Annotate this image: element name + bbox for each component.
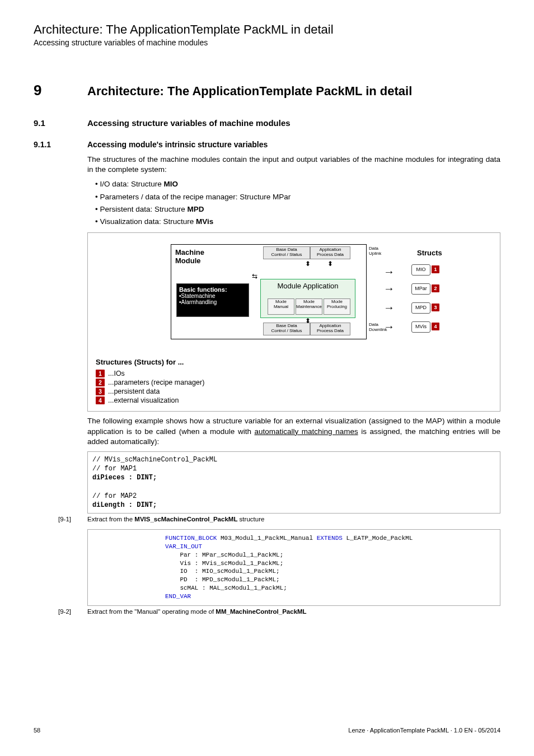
diagram-mode-producing: Mode Producing <box>324 298 350 315</box>
diagram-basic-functions: Basic functions: •Statemachine •Alarmhan… <box>176 283 249 317</box>
diagram-struct-mpar: MPar <box>411 283 430 295</box>
link-auto-matching-names[interactable]: automatically matching names <box>254 427 358 436</box>
badge-1-icon: 1 <box>432 265 439 273</box>
footer-right: Lenze · ApplicationTemplate PackML · 1.0… <box>348 727 500 734</box>
figure-box-structs: Machine Module Base Data Control / Statu… <box>87 232 500 412</box>
section-9-1-number: 9.1 <box>34 118 87 128</box>
legend-persistent: 3...persistent data <box>96 388 492 395</box>
legend-ios: 1...IOs <box>96 370 492 377</box>
caption-9-2-ref: [9-2] <box>58 608 87 615</box>
badge-3-icon: 3 <box>432 304 439 311</box>
diagram-struct-mio: MIO <box>411 264 430 276</box>
code-mvis-extract: // MVis_scMachineControl_PackML // for M… <box>87 451 500 514</box>
badge-2-icon: 2 <box>432 284 439 292</box>
bullet-mio: I/O data: Structure MIO <box>95 179 500 189</box>
separator-dashes: _ _ _ _ _ _ _ _ _ _ _ _ _ _ _ _ _ _ _ _ … <box>34 57 500 66</box>
intro-paragraph: The structures of the machine modules co… <box>87 155 500 175</box>
legend-visualization: 4...external visualization <box>96 396 492 404</box>
diagram-mode-maintenance: Mode Maintenance <box>296 298 322 315</box>
diagram-struct-mpd: MPD <box>411 302 430 314</box>
footer-page-number: 58 <box>34 727 40 734</box>
diagram-structs-label: Structs <box>417 249 442 257</box>
section-9-number: 9 <box>34 82 87 99</box>
example-paragraph: The following example shows how a struct… <box>87 416 500 447</box>
running-head-subtitle: Accessing structure variables of machine… <box>34 38 500 47</box>
caption-9-2-text: Extract from the "Manual" operating mode… <box>87 608 307 615</box>
bullet-mpar: Parameters / data of the recipe manager:… <box>95 192 500 202</box>
caption-9-1-ref: [9-1] <box>58 516 87 522</box>
running-head-title: Architecture: The ApplicationTemplate Pa… <box>34 22 500 37</box>
structs-caption: Structures (Structs) for ... <box>96 358 492 366</box>
diagram-module-application: Module Application Mode Manual Mode Main… <box>260 279 355 318</box>
section-9-1-title: Accessing structure variables of machine… <box>87 118 291 128</box>
diagram-bot-basedata: Base Data Control / Status <box>263 323 310 335</box>
section-9-1-1-number: 9.1.1 <box>34 140 87 149</box>
caption-9-1-text: Extract from the MVIS_scMachineControl_P… <box>87 516 264 522</box>
diagram-top-appdata: Application Process Data <box>310 246 350 259</box>
diagram-top-basedata: Base Data Control / Status <box>263 246 310 259</box>
section-9-1-1-title: Accessing module's intrinsic structure v… <box>87 140 268 149</box>
diagram-mode-manual: Mode Manual <box>268 298 294 315</box>
badge-4-icon: 4 <box>432 323 439 330</box>
bullet-mpd: Persistent data: Structure MPD <box>95 204 500 214</box>
legend-parameters: 2...parameters (recipe manager) <box>96 379 492 386</box>
diagram-struct-mvis: MVis <box>411 321 430 333</box>
diagram-bot-appdata: Application Process Data <box>310 323 350 335</box>
code-manual-extract: FUNCTION_BLOCK M03_Modul_1_PackML_Manual… <box>87 529 500 606</box>
diagram-mm-label: Machine Module <box>175 249 204 265</box>
module-diagram: Machine Module Base Data Control / Statu… <box>137 239 451 351</box>
bullet-mvis: Visualization data: Structure MVis <box>95 217 500 227</box>
section-9-title: Architecture: The ApplicationTemplate Pa… <box>87 84 412 99</box>
diagram-uplink: Data Uplink <box>369 246 391 259</box>
